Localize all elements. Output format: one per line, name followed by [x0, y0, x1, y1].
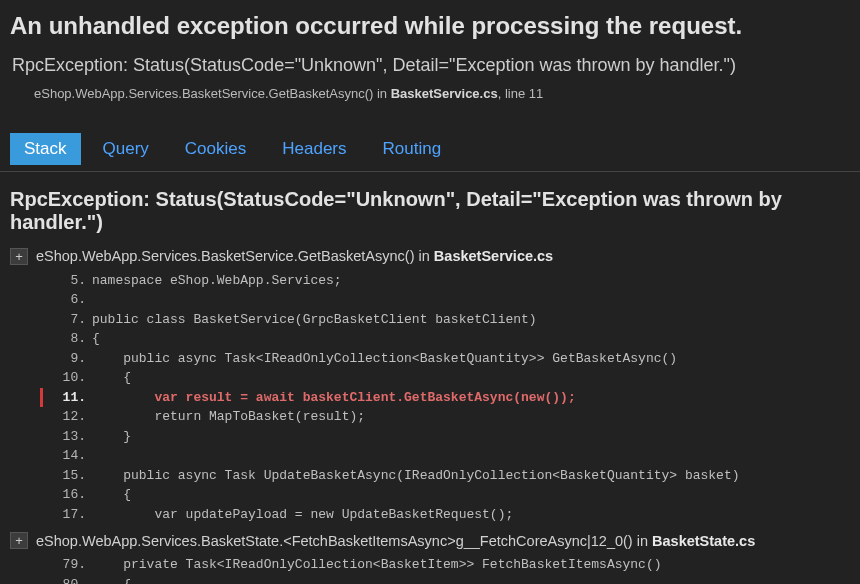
line-number: 16. [40, 485, 92, 505]
source-text: { [92, 368, 131, 388]
source-text: namespace eShop.WebApp.Services; [92, 271, 342, 291]
line-number: 6. [40, 290, 92, 310]
line-number: 11. [40, 388, 92, 408]
frame-method: eShop.WebApp.Services.BasketService.GetB… [36, 248, 553, 264]
code-line: 17. var updatePayload = new UpdateBasket… [40, 505, 850, 525]
source-text: { [92, 575, 131, 584]
exception-summary: RpcException: Status(StatusCode="Unknown… [10, 55, 850, 76]
stack-frame: +eShop.WebApp.Services.BasketService.Get… [0, 242, 860, 527]
tab-bar: StackQueryCookiesHeadersRouting [0, 109, 860, 172]
error-header: An unhandled exception occurred while pr… [0, 0, 860, 109]
page-title: An unhandled exception occurred while pr… [10, 12, 850, 41]
code-line: 13. } [40, 427, 850, 447]
code-line: 80. { [40, 575, 850, 584]
code-line: 8.{ [40, 329, 850, 349]
source-text: } [92, 427, 131, 447]
tab-routing[interactable]: Routing [369, 133, 456, 165]
code-line: 11. var result = await basketClient.GetB… [40, 388, 850, 408]
stack-exception-heading: RpcException: Status(StatusCode="Unknown… [0, 172, 860, 242]
line-number: 12. [40, 407, 92, 427]
expand-icon[interactable]: + [10, 532, 28, 549]
code-line: 79. private Task<IReadOnlyCollection<Bas… [40, 555, 850, 575]
line-number: 8. [40, 329, 92, 349]
line-number: 15. [40, 466, 92, 486]
source-text: public async Task<IReadOnlyCollection<Ba… [92, 349, 677, 369]
tab-query[interactable]: Query [89, 133, 163, 165]
line-number: 80. [40, 575, 92, 584]
tab-cookies[interactable]: Cookies [171, 133, 260, 165]
source-text: { [92, 329, 100, 349]
code-line: 6. [40, 290, 850, 310]
stack-frame: +eShop.WebApp.Services.BasketState.<Fetc… [0, 526, 860, 584]
expand-icon[interactable]: + [10, 248, 28, 265]
location-method: eShop.WebApp.Services.BasketService.GetB… [34, 86, 391, 101]
code-block: 5.namespace eShop.WebApp.Services;6.7.pu… [10, 271, 850, 525]
code-line: 16. { [40, 485, 850, 505]
line-number: 10. [40, 368, 92, 388]
source-text: private Task<IReadOnlyCollection<BasketI… [92, 555, 662, 575]
code-line: 14. [40, 446, 850, 466]
location-file: BasketService.cs [391, 86, 498, 101]
code-block: 79. private Task<IReadOnlyCollection<Bas… [10, 555, 850, 584]
line-number: 9. [40, 349, 92, 369]
source-text: return MapToBasket(result); [92, 407, 365, 427]
source-text: var result = await basketClient.GetBaske… [92, 388, 576, 408]
error-location: eShop.WebApp.Services.BasketService.GetB… [10, 86, 850, 101]
code-line: 15. public async Task UpdateBasketAsync(… [40, 466, 850, 486]
code-line: 9. public async Task<IReadOnlyCollection… [40, 349, 850, 369]
source-text: { [92, 485, 131, 505]
source-text: public class BasketService(GrpcBasketCli… [92, 310, 537, 330]
code-line: 5.namespace eShop.WebApp.Services; [40, 271, 850, 291]
line-number: 5. [40, 271, 92, 291]
frame-header[interactable]: +eShop.WebApp.Services.BasketState.<Fetc… [10, 528, 850, 555]
line-number: 79. [40, 555, 92, 575]
frame-method: eShop.WebApp.Services.BasketState.<Fetch… [36, 533, 755, 549]
line-number: 13. [40, 427, 92, 447]
tab-stack[interactable]: Stack [10, 133, 81, 165]
source-text: public async Task UpdateBasketAsync(IRea… [92, 466, 740, 486]
line-number: 14. [40, 446, 92, 466]
tab-headers[interactable]: Headers [268, 133, 360, 165]
code-line: 12. return MapToBasket(result); [40, 407, 850, 427]
location-line: , line 11 [498, 86, 544, 101]
line-number: 17. [40, 505, 92, 525]
stack-frames: +eShop.WebApp.Services.BasketService.Get… [0, 242, 860, 584]
line-number: 7. [40, 310, 92, 330]
code-line: 7.public class BasketService(GrpcBasketC… [40, 310, 850, 330]
code-line: 10. { [40, 368, 850, 388]
frame-header[interactable]: +eShop.WebApp.Services.BasketService.Get… [10, 244, 850, 271]
source-text: var updatePayload = new UpdateBasketRequ… [92, 505, 513, 525]
